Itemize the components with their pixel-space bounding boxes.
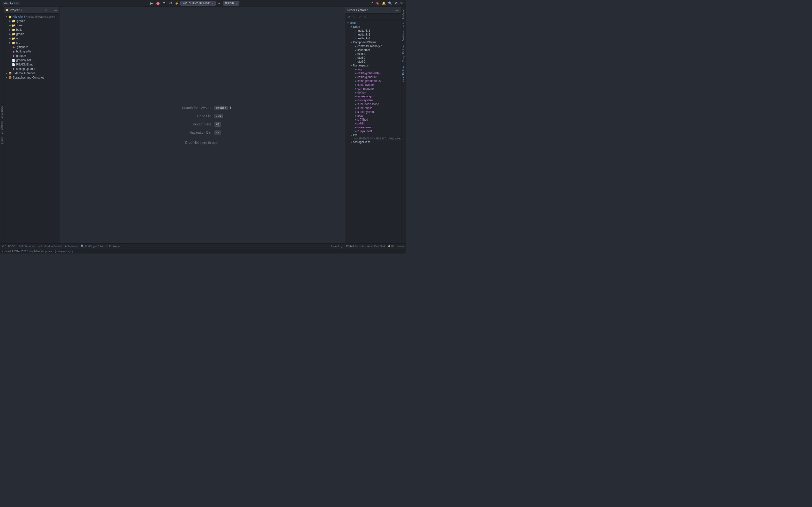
kuber-componentstatus-item[interactable]: ▼ ComponentStatus (345, 40, 401, 44)
list-item[interactable]: ▶ 📁 build (4, 27, 59, 32)
list-item[interactable]: ✓ fueltank-1 (345, 29, 401, 33)
title-tab-close[interactable]: ✕ (16, 2, 18, 5)
panel-menu-btn[interactable]: ≡ (49, 8, 53, 12)
run-config-selector[interactable]: K8S-CLIENT [RUNIDE] ▼ (181, 1, 216, 6)
list-item[interactable]: ✓ etcd-1 (345, 52, 401, 56)
title-tab[interactable]: k8s-client ✕ (2, 1, 20, 5)
list-item[interactable]: ✓ scheduler (345, 48, 401, 52)
debug-button[interactable]: ⬤ (155, 1, 161, 6)
coverage-button[interactable]: ☂ (161, 1, 167, 6)
list-item[interactable]: ▶ 📁 out (4, 36, 59, 41)
list-item[interactable]: ✓ controller-manager (345, 44, 401, 48)
jrebel-tab[interactable]: JRebel (0, 135, 4, 146)
list-item[interactable]: ◆ .gitignore (4, 45, 59, 49)
list-item[interactable]: ▶ user-nwknm (345, 125, 401, 129)
database-tab[interactable]: Database (401, 29, 406, 43)
list-item[interactable]: ▶ 📦 External Libraries (4, 71, 59, 75)
list-item[interactable]: ▶ cert-manager (345, 87, 401, 91)
event-log-btn[interactable]: Event Log (331, 245, 343, 248)
list-item[interactable]: ▶ ingress-nginx (345, 95, 401, 98)
tree-root[interactable]: ▼ 📁 k8s-client ~/IdeaProjects/k8s-client (4, 14, 59, 19)
kuber-minimize-btn[interactable]: — (395, 8, 399, 12)
vcs-status[interactable]: ↑↓ 9: Version Control (38, 245, 62, 248)
kuber-explorer-tab[interactable]: Kuber Explorer (401, 64, 406, 84)
run-button[interactable]: ▶ (149, 1, 154, 6)
mongo-explorer-tab[interactable]: Mongo Explorer (401, 43, 406, 64)
list-item[interactable]: ▶ local (345, 114, 401, 118)
list-item[interactable]: 📄 README.md (4, 62, 59, 67)
kuber-expand-btn[interactable]: ⤢ (357, 14, 362, 19)
list-item[interactable]: ▶ kube-system (345, 110, 401, 114)
jrebel-console-btn[interactable]: JRebel Console (346, 245, 364, 248)
list-item[interactable]: 📄 gradlew.bat (4, 58, 59, 62)
list-item[interactable]: ▶ p-74hgd (345, 118, 401, 122)
list-item[interactable]: ✓ fueltank-2 (345, 33, 401, 37)
bottom-update-text[interactable]: ⚠ IntelliJ IDEA 2020.1 available: // Upd… (2, 249, 73, 253)
editor-center: Search Everywhere Double ⇧ Go to File ⇧⌘… (59, 7, 345, 243)
list-item[interactable]: ▶ cattle-global-data (345, 71, 401, 75)
list-item[interactable]: ✓ etcd-2 (345, 56, 401, 60)
git-icon[interactable]: ⎇ (368, 1, 374, 6)
list-item[interactable]: ◆ build.gradle (4, 49, 59, 54)
search-everywhere-icon[interactable]: 🔍 (388, 1, 393, 6)
list-item[interactable]: ▶ default (345, 91, 401, 95)
list-item[interactable]: ▶ cattle-prometheus (345, 79, 401, 83)
settings-icon[interactable]: ⚙ (394, 1, 399, 6)
list-item[interactable]: ▶ istio-system (345, 98, 401, 102)
search-everywhere-row[interactable]: Search Everywhere Double ⇧ (173, 106, 232, 110)
list-item[interactable]: ◆ gradlew (4, 54, 59, 58)
go-to-file-row[interactable]: Go to File ⇧⌘N (173, 114, 223, 118)
scratches-and-consoles-item[interactable]: ▶ 📦 Scratches and Consoles (4, 75, 59, 80)
kuber-storageclass-item[interactable]: ▼ StorageClass (345, 140, 401, 144)
theme-status[interactable]: Atom One Dark (367, 245, 386, 248)
kuber-settings-btn[interactable]: ⚙ (347, 14, 351, 19)
findbugs-status[interactable]: 🔍 FindBugs-IDEA (81, 244, 103, 248)
list-item[interactable]: ▶ cattle-system (345, 83, 401, 87)
problems-status[interactable]: ⚠ Problems (106, 244, 120, 248)
close-panel-btn[interactable]: — (53, 8, 58, 12)
list-item[interactable]: ▶ argo (345, 67, 401, 71)
title-bar-right: ⎇ 🔖 🔔 🔍 ⚙ Git: (368, 1, 404, 6)
list-item[interactable]: ▶ 📁 gradle (4, 32, 59, 36)
list-item[interactable]: ▶ 📁 .idea (4, 23, 59, 27)
kuber-refresh-btn[interactable]: ↻ (352, 14, 356, 19)
root-icon: 📁 (8, 15, 12, 18)
list-item[interactable]: ▶ cattle-global-nt (345, 75, 401, 79)
list-item[interactable]: ▶ kube-public (345, 106, 401, 110)
ant-tab[interactable]: Ant (401, 21, 406, 29)
kuber-namespace-item[interactable]: ▼ Namespace (345, 64, 401, 67)
kuber-node-item[interactable]: ▼ Node (345, 25, 401, 29)
git-branch-status[interactable]: Git: master (388, 245, 404, 248)
todo-status[interactable]: ✓ 6: TODO (2, 244, 15, 248)
navigation-bar-row[interactable]: Navigation Bar ⌥↖ (173, 130, 221, 134)
vcs-icon: ↑↓ (38, 245, 40, 248)
list-item[interactable]: ◆ settings.gradle (4, 67, 59, 71)
structure-tab[interactable]: Z: Structure (0, 104, 4, 120)
list-item[interactable]: pvc-89023c73-28f3-4108-9b7d-b9de2ec0ebd3 (345, 137, 401, 140)
list-item[interactable]: ▶ xujiyou-test (345, 129, 401, 133)
list-item[interactable]: ✓ fueltank-3 (345, 37, 401, 40)
list-item[interactable]: ▶ 📁 src (4, 41, 59, 45)
kuber-local-item[interactable]: ▼ local (345, 21, 401, 25)
list-item[interactable]: ▶ p-9jllh (345, 122, 401, 125)
list-item[interactable]: ▶ 📁 .gradle (4, 19, 59, 23)
kuber-panel-title: Kuber Explorer (347, 8, 368, 12)
services-status[interactable]: ⚙ 8: Services (18, 244, 35, 248)
list-item[interactable]: ▶ kube-node-lease (345, 102, 401, 106)
recent-files-row[interactable]: Recent Files ⌘E (173, 122, 221, 126)
welcome-content: Search Everywhere Double ⇧ Go to File ⇧⌘… (173, 106, 232, 145)
kuber-pv-item[interactable]: ▼ PV (345, 133, 401, 137)
favorites-tab[interactable]: 2: Favorites (0, 120, 4, 135)
jrebel-run-button[interactable]: ⚡ (174, 1, 180, 6)
kuber-more-btn[interactable]: ⋯ (390, 8, 394, 12)
terminal-status[interactable]: ▶ Terminal (65, 244, 78, 248)
stop-button[interactable]: ■ (217, 1, 222, 6)
notifications-icon[interactable]: 🔔 (381, 1, 387, 6)
minimize-panel-btn[interactable]: ⊟ (44, 8, 48, 12)
list-item[interactable]: ✓ etcd-0 (345, 60, 401, 64)
psiviewer-tab[interactable]: PsiViewer (401, 7, 406, 21)
jrebel-badge[interactable]: JREBEL ▼ (223, 1, 240, 6)
kuber-collapse-btn[interactable]: ⤡ (363, 14, 367, 19)
profile-button[interactable]: ⏱ (168, 1, 173, 6)
bookmark-icon[interactable]: 🔖 (375, 1, 380, 6)
